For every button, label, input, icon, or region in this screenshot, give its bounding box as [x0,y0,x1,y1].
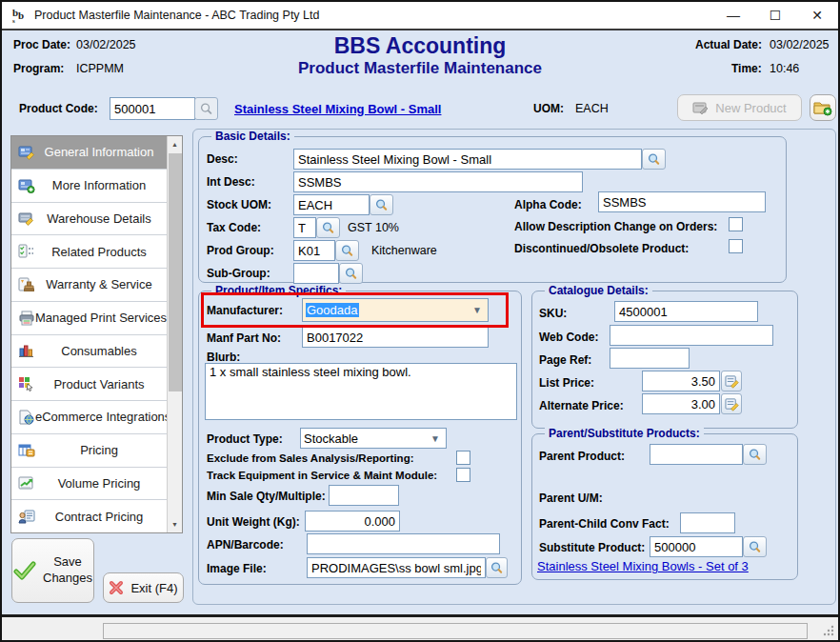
min-sale-input[interactable] [329,485,399,506]
page-ref-input[interactable] [610,348,690,369]
minimize-button[interactable]: — [712,2,754,29]
sidebar-item-pricing[interactable]: Pricing [11,434,167,468]
blurb-label: Blurb: [207,351,240,364]
list-price-edit-button[interactable] [721,371,742,391]
sidebar-item-warranty-service[interactable]: Warranty & Service [11,269,167,302]
sidebar-item-label: eCommerce Integrations [35,410,174,424]
apn-barcode-input[interactable] [307,533,500,554]
sidebar-item-contract-pricing[interactable]: Contract Pricing [11,500,167,532]
open-folder-button[interactable] [810,94,836,121]
scrollbar-thumb[interactable] [169,153,182,391]
sidebar-scrollbar[interactable]: ▲ ▼ [167,136,182,532]
resize-grip[interactable] [821,625,834,636]
sub-group-input[interactable] [293,263,339,284]
product-variants-icon [18,376,35,391]
exit-button[interactable]: Exit (F4) [103,572,184,603]
product-code-input[interactable] [110,97,195,120]
parent-product-label: Parent Product: [539,450,625,463]
svg-text:s: s [12,17,15,25]
chevron-down-icon: ▼ [430,433,440,444]
substitute-product-lookup-button[interactable] [743,536,767,557]
close-button[interactable]: ✕ [796,2,838,29]
image-file-input[interactable] [307,557,486,578]
uom-value: EACH [575,102,609,115]
sidebar-item-label: Managed Print Services [35,311,170,325]
alpha-code-input[interactable] [598,191,766,212]
manufacturer-value: Goodada [306,303,359,317]
new-product-button[interactable]: New Product [677,94,802,121]
sku-label: SKU: [539,307,567,320]
exclude-sales-checkbox[interactable] [456,451,470,465]
search-icon [344,267,358,281]
time-label: Time: [731,62,762,75]
maximize-button[interactable]: ☐ [754,2,796,29]
image-file-label: Image File: [207,562,267,575]
save-changes-button[interactable]: Save Changes [11,538,94,603]
alpha-code-label: Alpha Code: [514,198,582,211]
web-code-input[interactable] [610,325,773,346]
alternate-price-edit-button[interactable] [721,393,742,414]
blurb-textarea[interactable] [205,363,517,420]
web-code-label: Web Code: [539,331,598,344]
substitute-product-link[interactable]: Stainless Steel Mixing Bowls - Set of 3 [537,559,749,573]
sidebar-item-volume-pricing[interactable]: Volume Pricing [11,468,167,501]
stock-uom-input[interactable] [293,194,370,215]
parent-um-label: Parent U/M: [539,492,603,505]
stock-uom-lookup-button[interactable] [370,194,393,215]
desc-label: Desc: [207,152,238,166]
tax-code-lookup-button[interactable] [316,217,340,238]
volume-pricing-chart-icon [18,475,35,491]
product-code-lookup-button[interactable] [194,97,218,120]
prod-group-lookup-button[interactable] [335,240,359,261]
manf-part-input[interactable] [302,327,489,348]
search-icon [748,540,762,554]
manufacturer-dropdown[interactable]: Goodada ▼ [302,298,489,322]
unit-weight-input[interactable] [305,511,400,532]
sidebar-item-consumables[interactable]: Consumables [11,335,167,369]
sidebar-item-label: Contract Pricing [35,510,167,524]
sidebar-item-label: Volume Pricing [35,476,167,491]
general-information-icon [18,145,35,160]
int-desc-input[interactable] [293,171,583,192]
scroll-up-arrow-icon[interactable]: ▲ [168,136,182,152]
status-message-panel [103,623,808,639]
sidebar-item-label: Consumables [35,344,167,358]
track-equipment-checkbox[interactable] [456,468,470,482]
list-price-input[interactable] [642,371,720,391]
product-type-label: Product Type: [207,432,283,446]
sku-input[interactable] [614,301,758,322]
product-type-dropdown[interactable]: Stockable ▼ [300,428,447,449]
exit-label: Exit (F4) [130,581,177,595]
sidebar-nav: General Information More Information War… [10,135,183,533]
product-description-link[interactable]: Stainless Steel Mixing Bowl - Small [234,102,441,116]
sidebar-item-general-information[interactable]: General Information [11,136,167,170]
prod-group-input[interactable] [293,240,335,261]
price-edit-icon [725,374,739,389]
sidebar-item-related-products[interactable]: Related Products [11,235,167,269]
image-file-lookup-button[interactable] [486,557,508,578]
sidebar-item-product-variants[interactable]: Product Variants [11,368,167,401]
parent-product-lookup-button[interactable] [743,444,767,465]
scroll-down-arrow-icon[interactable]: ▼ [168,516,182,532]
substitute-product-input[interactable] [650,536,743,557]
discontinued-checkbox[interactable] [729,239,743,253]
sub-group-lookup-button[interactable] [339,263,363,284]
parent-product-input[interactable] [650,444,743,465]
more-information-icon [18,178,35,193]
actual-date-value: 03/02/2025 [770,38,830,51]
prod-group-description: Kitchenware [371,244,437,257]
conv-fact-input[interactable] [680,512,735,533]
sidebar-item-more-information[interactable]: More Information [11,170,167,203]
sidebar-item-ecommerce-integrations[interactable]: eCommerce Integrations [11,401,167,434]
new-product-icon [692,101,709,115]
discontinued-label: Discontinued/Obsolete Product: [514,242,689,255]
alternate-price-input[interactable] [642,393,720,414]
tax-code-input[interactable] [293,217,316,238]
alternate-price-label: Alternate Price: [539,399,624,412]
sidebar-item-warehouse-details[interactable]: Warehouse Details [11,203,167,236]
sidebar-item-managed-print-services[interactable]: Managed Print Services [11,302,167,335]
allow-desc-change-checkbox[interactable] [729,217,743,231]
status-bar [2,617,838,642]
desc-lookup-button[interactable] [642,149,666,170]
desc-input[interactable] [293,149,642,170]
